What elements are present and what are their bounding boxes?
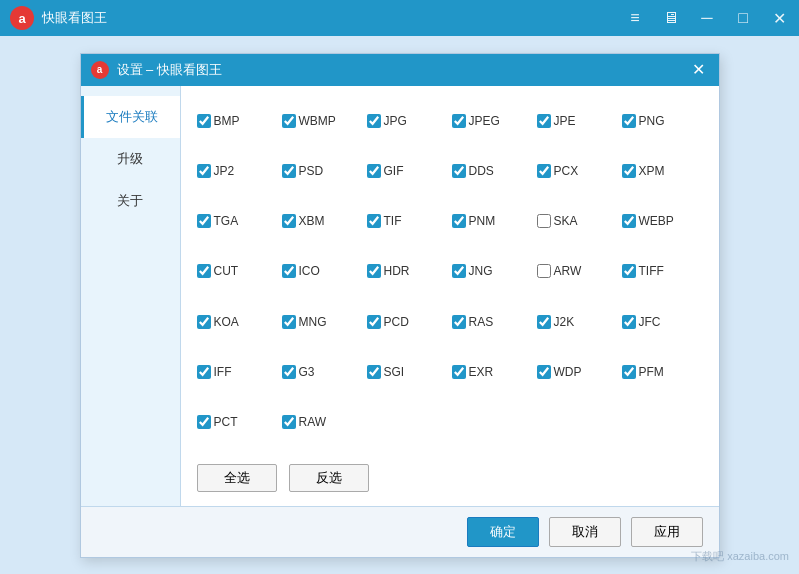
format-checkbox-item[interactable]: HDR [367, 250, 448, 292]
format-checkbox[interactable] [452, 214, 466, 228]
format-checkbox[interactable] [452, 114, 466, 128]
format-checkbox-item[interactable]: GIF [367, 150, 448, 192]
maximize-icon[interactable]: □ [733, 9, 753, 27]
format-checkbox[interactable] [282, 315, 296, 329]
dialog-logo: a [91, 61, 109, 79]
format-checkbox[interactable] [622, 315, 636, 329]
format-checkbox-item[interactable]: JFC [622, 301, 703, 343]
format-checkbox[interactable] [282, 214, 296, 228]
format-checkbox-item[interactable]: PCX [537, 150, 618, 192]
format-checkbox-item[interactable]: BMP [197, 100, 278, 142]
format-checkbox-item[interactable]: JPG [367, 100, 448, 142]
display-icon[interactable]: 🖥 [661, 9, 681, 27]
format-checkbox[interactable] [197, 365, 211, 379]
format-checkbox-item[interactable]: SGI [367, 351, 448, 393]
sidebar-item-file-assoc[interactable]: 文件关联 [81, 96, 180, 138]
format-checkbox-item[interactable]: RAW [282, 401, 363, 443]
format-checkbox-item[interactable]: KOA [197, 301, 278, 343]
format-checkbox-item[interactable]: IFF [197, 351, 278, 393]
select-all-button[interactable]: 全选 [197, 464, 277, 492]
sidebar-item-upgrade[interactable]: 升级 [81, 138, 180, 180]
format-checkbox-item[interactable]: JPEG [452, 100, 533, 142]
format-checkbox-item[interactable]: ICO [282, 250, 363, 292]
format-checkbox[interactable] [452, 365, 466, 379]
format-checkbox-item[interactable]: PSD [282, 150, 363, 192]
format-checkbox[interactable] [282, 164, 296, 178]
format-label: SKA [554, 214, 578, 228]
format-checkbox[interactable] [282, 365, 296, 379]
format-checkbox-item[interactable]: JP2 [197, 150, 278, 192]
format-checkbox[interactable] [197, 164, 211, 178]
format-checkbox[interactable] [282, 415, 296, 429]
format-label: ICO [299, 264, 320, 278]
format-checkbox-item[interactable]: RAS [452, 301, 533, 343]
format-checkbox[interactable] [537, 164, 551, 178]
format-checkbox-item[interactable]: PNG [622, 100, 703, 142]
format-checkbox[interactable] [367, 164, 381, 178]
format-checkbox[interactable] [537, 264, 551, 278]
format-checkbox-item[interactable]: JNG [452, 250, 533, 292]
format-checkbox-item[interactable]: PNM [452, 200, 533, 242]
dialog-close-button[interactable]: ✕ [689, 60, 709, 79]
close-icon[interactable]: ✕ [769, 9, 789, 28]
apply-button[interactable]: 应用 [631, 517, 703, 547]
format-checkbox-item[interactable]: MNG [282, 301, 363, 343]
format-checkbox[interactable] [452, 164, 466, 178]
format-checkbox[interactable] [367, 365, 381, 379]
format-checkbox[interactable] [197, 114, 211, 128]
format-checkbox[interactable] [282, 114, 296, 128]
invert-button[interactable]: 反选 [289, 464, 369, 492]
format-checkbox[interactable] [537, 214, 551, 228]
format-checkbox[interactable] [622, 164, 636, 178]
format-checkbox[interactable] [622, 365, 636, 379]
format-checkbox[interactable] [622, 114, 636, 128]
titlebar: a 快眼看图王 ≡ 🖥 ─ □ ✕ [0, 0, 799, 36]
format-checkbox-item[interactable]: TGA [197, 200, 278, 242]
format-label: PCX [554, 164, 579, 178]
format-checkbox-item[interactable]: XBM [282, 200, 363, 242]
main-area: a 设置 – 快眼看图王 ✕ 文件关联 升级 关于 BMPWBMPJPGJPEG… [0, 36, 799, 574]
format-checkbox-item[interactable]: XPM [622, 150, 703, 192]
format-checkbox[interactable] [622, 214, 636, 228]
format-checkbox-item[interactable]: SKA [537, 200, 618, 242]
format-checkbox[interactable] [197, 214, 211, 228]
format-checkbox[interactable] [367, 315, 381, 329]
format-checkbox[interactable] [367, 264, 381, 278]
format-checkbox[interactable] [452, 315, 466, 329]
format-checkbox[interactable] [197, 415, 211, 429]
format-checkbox-item[interactable]: WEBP [622, 200, 703, 242]
format-checkbox-item[interactable]: TIFF [622, 250, 703, 292]
cancel-button[interactable]: 取消 [549, 517, 621, 547]
dialog-body: 文件关联 升级 关于 BMPWBMPJPGJPEGJPEPNGJP2PSDGIF… [81, 86, 719, 506]
format-checkbox-item[interactable]: WBMP [282, 100, 363, 142]
format-checkbox-item[interactable]: TIF [367, 200, 448, 242]
format-checkbox[interactable] [367, 114, 381, 128]
format-checkbox[interactable] [537, 114, 551, 128]
minimize-icon[interactable]: ─ [697, 9, 717, 27]
format-checkbox-item[interactable]: DDS [452, 150, 533, 192]
format-label: PCD [384, 315, 409, 329]
format-checkbox[interactable] [622, 264, 636, 278]
format-checkbox[interactable] [367, 214, 381, 228]
format-checkbox-item[interactable]: G3 [282, 351, 363, 393]
format-checkbox-item[interactable]: WDP [537, 351, 618, 393]
format-checkbox-item[interactable]: J2K [537, 301, 618, 343]
format-checkbox-item[interactable]: PFM [622, 351, 703, 393]
format-checkbox-item[interactable]: CUT [197, 250, 278, 292]
format-checkbox[interactable] [197, 264, 211, 278]
format-checkbox-item[interactable]: PCT [197, 401, 278, 443]
format-checkbox-item[interactable]: JPE [537, 100, 618, 142]
format-checkbox[interactable] [537, 315, 551, 329]
format-checkbox[interactable] [197, 315, 211, 329]
menu-icon[interactable]: ≡ [625, 9, 645, 27]
ok-button[interactable]: 确定 [467, 517, 539, 547]
format-checkbox-item[interactable]: PCD [367, 301, 448, 343]
format-checkbox[interactable] [537, 365, 551, 379]
format-checkbox-item[interactable]: EXR [452, 351, 533, 393]
format-checkbox[interactable] [282, 264, 296, 278]
format-label: BMP [214, 114, 240, 128]
format-checkbox[interactable] [452, 264, 466, 278]
format-checkbox-item[interactable]: ARW [537, 250, 618, 292]
sidebar-item-about[interactable]: 关于 [81, 180, 180, 222]
format-label: HDR [384, 264, 410, 278]
